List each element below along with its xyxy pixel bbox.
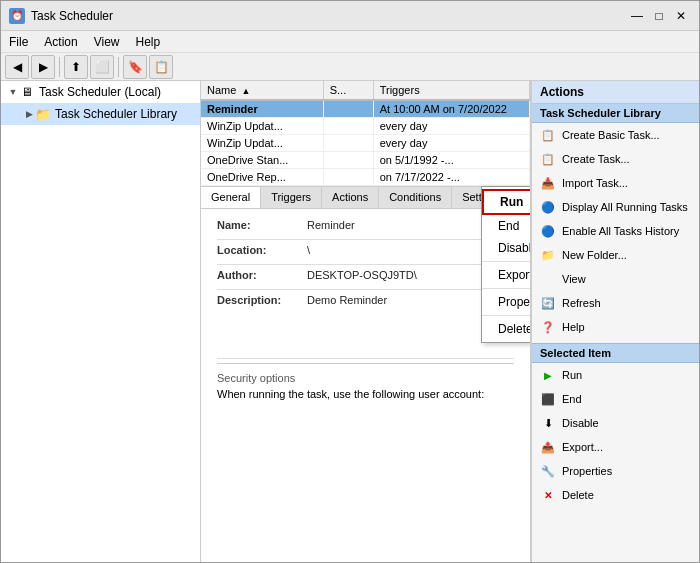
toolbar-separator-1: [59, 57, 60, 77]
action-create-label: Create Task...: [562, 153, 630, 165]
action-properties[interactable]: 🔧 Properties: [532, 459, 699, 483]
action-new-folder-label: New Folder...: [562, 249, 627, 261]
actions-library-header: Task Scheduler Library: [532, 104, 699, 123]
new-folder-icon: 📁: [540, 247, 556, 263]
col-name[interactable]: Name ▲: [201, 81, 323, 100]
action-refresh-label: Refresh: [562, 297, 601, 309]
col-triggers[interactable]: Triggers: [373, 81, 529, 100]
maximize-button[interactable]: □: [649, 6, 669, 26]
title-bar-left: ⏰ Task Scheduler: [9, 8, 113, 24]
col-status[interactable]: S...: [323, 81, 373, 100]
action-help[interactable]: ❓ Help: [532, 315, 699, 339]
table-row[interactable]: WinZip Updat... every day: [201, 118, 530, 135]
task-status-cell: [323, 152, 373, 169]
actions-main-header: Actions: [532, 81, 699, 104]
action-enable-history[interactable]: 🔵 Enable All Tasks History: [532, 219, 699, 243]
context-menu-delete[interactable]: Delete: [482, 318, 531, 340]
main-window: ⏰ Task Scheduler — □ ✕ File Action View …: [0, 0, 700, 563]
action-new-folder[interactable]: 📁 New Folder...: [532, 243, 699, 267]
context-separator-2: [482, 288, 531, 289]
detail-name-row: Name: Reminder: [217, 219, 514, 231]
action-refresh[interactable]: 🔄 Refresh: [532, 291, 699, 315]
table-row[interactable]: WinZip Updat... every day: [201, 135, 530, 152]
clipboard-button[interactable]: 📋: [149, 55, 173, 79]
action-help-label: Help: [562, 321, 585, 333]
action-disable-label: Disable: [562, 417, 599, 429]
context-menu-disable[interactable]: Disable: [482, 237, 531, 259]
properties-icon: 🔧: [540, 463, 556, 479]
context-menu-export[interactable]: Export...: [482, 264, 531, 286]
tree-item-library-label: Task Scheduler Library: [55, 107, 177, 121]
menu-file[interactable]: File: [1, 33, 36, 51]
security-options-label: Security options: [217, 372, 514, 384]
tab-triggers[interactable]: Triggers: [261, 187, 322, 208]
context-menu-properties[interactable]: Properties: [482, 291, 531, 313]
tasks-table: Name ▲ S... Triggers Reminder At 10:00 A…: [201, 81, 530, 186]
toolbar: ◀ ▶ ⬆ ⬜ 🔖 📋: [1, 53, 699, 81]
create-icon: 📋: [540, 151, 556, 167]
detail-sep-4: [217, 358, 514, 359]
task-status-cell: [323, 118, 373, 135]
table-row[interactable]: OneDrive Stan... on 5/1/1992 -...: [201, 152, 530, 169]
tab-actions[interactable]: Actions: [322, 187, 379, 208]
export-icon: 📤: [540, 439, 556, 455]
menu-view[interactable]: View: [86, 33, 128, 51]
end-icon: ⬛: [540, 391, 556, 407]
context-menu-end[interactable]: End: [482, 215, 531, 237]
action-end[interactable]: ⬛ End: [532, 387, 699, 411]
toolbar-separator-2: [118, 57, 119, 77]
action-run-label: Run: [562, 369, 582, 381]
task-name-cell: WinZip Updat...: [201, 118, 323, 135]
bookmark-button[interactable]: 🔖: [123, 55, 147, 79]
action-export-label: Export...: [562, 441, 603, 453]
task-name-cell: WinZip Updat...: [201, 135, 323, 152]
minimize-button[interactable]: —: [627, 6, 647, 26]
table-row[interactable]: OneDrive Rep... on 7/17/2022 -...: [201, 169, 530, 186]
task-triggers-cell: every day: [373, 118, 529, 135]
enable-history-icon: 🔵: [540, 223, 556, 239]
tab-conditions[interactable]: Conditions: [379, 187, 452, 208]
tree-content: ▼ 🖥 Task Scheduler (Local) ▶ 📁 Task Sche…: [1, 81, 200, 562]
stop-button[interactable]: ⬜: [90, 55, 114, 79]
close-button[interactable]: ✕: [671, 6, 691, 26]
context-menu-run[interactable]: Run: [482, 189, 531, 215]
task-triggers-cell: every day: [373, 135, 529, 152]
context-separator: [482, 261, 531, 262]
back-button[interactable]: ◀: [5, 55, 29, 79]
action-disable[interactable]: ⬇ Disable: [532, 411, 699, 435]
task-name-cell: OneDrive Rep...: [201, 169, 323, 186]
author-label: Author:: [217, 269, 307, 281]
action-end-label: End: [562, 393, 582, 405]
menu-help[interactable]: Help: [128, 33, 169, 51]
menu-action[interactable]: Action: [36, 33, 85, 51]
tasks-table-wrapper[interactable]: Name ▲ S... Triggers Reminder At 10:00 A…: [201, 81, 530, 186]
selected-item-header: Selected Item: [532, 343, 699, 363]
title-bar: ⏰ Task Scheduler — □ ✕: [1, 1, 699, 31]
task-triggers-cell: At 10:00 AM on 7/20/2022: [373, 100, 529, 118]
action-display-running[interactable]: 🔵 Display All Running Tasks: [532, 195, 699, 219]
action-enable-history-label: Enable All Tasks History: [562, 225, 679, 237]
action-export[interactable]: 📤 Export...: [532, 435, 699, 459]
tree-item-library[interactable]: ▶ 📁 Task Scheduler Library: [1, 103, 200, 125]
table-row[interactable]: Reminder At 10:00 AM on 7/20/2022: [201, 100, 530, 118]
description-spacer: [217, 314, 514, 354]
task-status-cell: [323, 100, 373, 118]
action-create-basic[interactable]: 📋 Create Basic Task...: [532, 123, 699, 147]
up-button[interactable]: ⬆: [64, 55, 88, 79]
action-delete[interactable]: ✕ Delete: [532, 483, 699, 507]
tab-general[interactable]: General: [201, 187, 261, 209]
action-create[interactable]: 📋 Create Task...: [532, 147, 699, 171]
folder-icon: 📁: [35, 106, 51, 122]
computer-icon: 🖥: [19, 84, 35, 100]
table-header-row: Name ▲ S... Triggers: [201, 81, 530, 100]
create-basic-icon: 📋: [540, 127, 556, 143]
tree-item-root[interactable]: ▼ 🖥 Task Scheduler (Local): [1, 81, 200, 103]
action-view[interactable]: View: [532, 267, 699, 291]
window-title: Task Scheduler: [31, 9, 113, 23]
forward-button[interactable]: ▶: [31, 55, 55, 79]
detail-description-row: Description: Demo Reminder: [217, 294, 514, 306]
detail-author-row: Author: DESKTOP-OSQJ9TD\: [217, 269, 514, 281]
context-separator-3: [482, 315, 531, 316]
action-import[interactable]: 📥 Import Task...: [532, 171, 699, 195]
action-run[interactable]: ▶ Run: [532, 363, 699, 387]
